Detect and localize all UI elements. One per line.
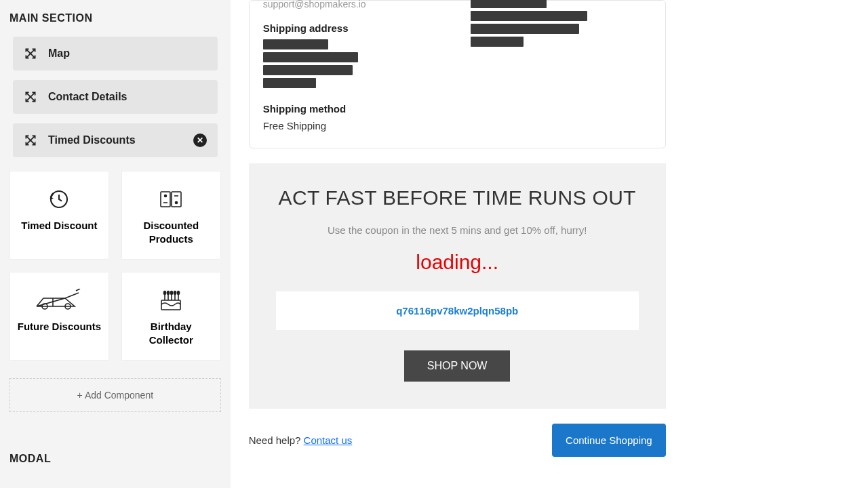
help-text: Need help? Contact us [249, 434, 353, 446]
redacted-line [263, 39, 328, 49]
shop-now-button[interactable]: SHOP NOW [404, 350, 511, 382]
svg-point-26 [174, 291, 176, 295]
shipping-address-label: Shipping address [263, 22, 444, 34]
footer-row: Need help? Contact us Continue Shopping [249, 409, 666, 477]
svg-point-10 [176, 202, 178, 204]
redacted-line [471, 24, 579, 34]
modal-heading: MODAL [9, 453, 221, 465]
svg-line-15 [76, 289, 80, 291]
redacted-line [471, 11, 587, 21]
svg-rect-17 [161, 300, 180, 310]
svg-rect-7 [161, 192, 170, 207]
section-item-label: Contact Details [48, 91, 127, 103]
card-timed-discount[interactable]: Timed Discount [9, 171, 109, 260]
order-card: support@shopmakers.io Shipping address S… [249, 0, 666, 148]
card-birthday-collector[interactable]: Birthday Collector [121, 272, 221, 361]
section-item-label: Map [48, 47, 70, 60]
sidebar: MAIN SECTION Map Contact Details Timed D… [0, 0, 231, 488]
redacted-line [471, 37, 524, 47]
card-title: Timed Discount [21, 219, 97, 232]
redacted-line [263, 52, 358, 62]
card-discounted-products[interactable]: Discounted Products [121, 171, 221, 260]
svg-point-27 [178, 291, 180, 295]
svg-point-23 [164, 291, 166, 295]
right-panel [674, 0, 868, 488]
cake-icon [157, 289, 184, 312]
redacted-line [471, 0, 547, 8]
shipping-method-label: Shipping method [263, 103, 444, 115]
svg-point-25 [171, 291, 173, 295]
promo-subtext: Use the coupon in the next 5 mins and ge… [276, 224, 639, 236]
coupon-code[interactable]: q76116pv78kw2plqn58pb [276, 291, 639, 330]
close-icon[interactable]: ✕ [193, 134, 207, 147]
arrows-icon [24, 90, 37, 104]
section-item-contact-details[interactable]: Contact Details [13, 80, 218, 114]
svg-point-24 [167, 291, 170, 295]
card-title: Discounted Products [129, 219, 214, 245]
card-future-discounts[interactable]: Future Discounts [9, 272, 109, 361]
arrows-icon [24, 134, 37, 147]
add-component-button[interactable]: + Add Component [9, 378, 221, 412]
card-title: Future Discounts [18, 320, 101, 333]
main-content: support@shopmakers.io Shipping address S… [231, 0, 674, 488]
promo-countdown: loading... [276, 251, 639, 274]
redacted-line [263, 78, 316, 88]
contact-us-link[interactable]: Contact us [304, 434, 353, 446]
redacted-line [263, 65, 353, 75]
section-item-label: Timed Discounts [48, 134, 136, 146]
component-cards: Timed Discount Discounted Products Futur… [9, 171, 221, 361]
continue-shopping-button[interactable]: Continue Shopping [552, 424, 666, 457]
promo-headline: ACT FAST BEFORE TIME RUNS OUT [276, 186, 639, 209]
shipping-method-value: Free Shipping [263, 120, 444, 131]
promo-panel: ACT FAST BEFORE TIME RUNS OUT Use the co… [249, 163, 666, 409]
clock-back-icon [48, 188, 70, 211]
coupon-icon [159, 188, 182, 211]
section-item-map[interactable]: Map [13, 37, 218, 70]
main-section-heading: MAIN SECTION [9, 12, 221, 24]
svg-point-9 [165, 195, 167, 197]
card-title: Birthday Collector [129, 320, 214, 346]
support-email: support@shopmakers.io [263, 0, 444, 10]
arrows-icon [24, 47, 37, 60]
delorean-icon [33, 289, 85, 312]
svg-rect-8 [172, 192, 181, 207]
section-item-timed-discounts[interactable]: Timed Discounts ✕ [13, 123, 218, 157]
